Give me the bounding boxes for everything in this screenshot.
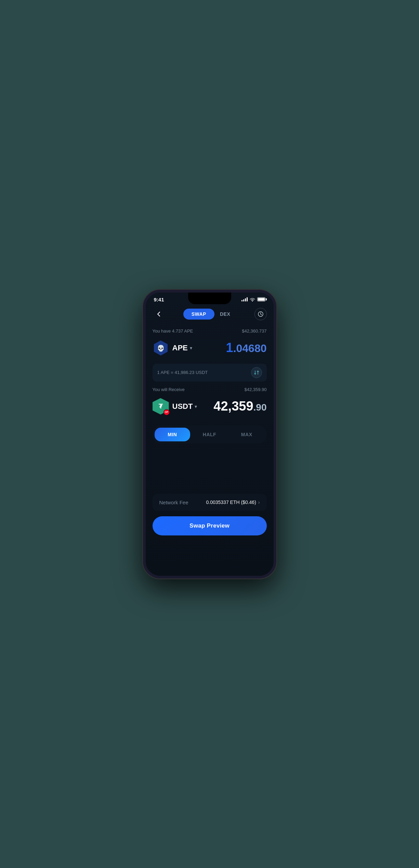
status-time: 9:41 (154, 297, 164, 302)
from-balance-label: You have 4.737 APE (153, 328, 193, 334)
from-balance-value: $42,360.737 (242, 328, 266, 334)
history-button[interactable] (254, 308, 267, 320)
to-receive-value: $42,359.90 (244, 387, 266, 392)
exchange-rate-text: 1 APE = 41,986.23 USDT (157, 370, 208, 375)
amount-buttons-group: MIN HALF MAX (153, 426, 267, 443)
from-balance-row: You have 4.737 APE $42,360.737 (153, 328, 267, 334)
usdt-token-icon: ₮ OP (153, 398, 169, 415)
content-spacer (153, 450, 267, 491)
from-token-name-row: APE ▾ (172, 344, 192, 352)
network-fee-value-row: 0.0035337 ETH ($0.46) › (206, 500, 260, 505)
from-token-selector[interactable]: 💀 APE ▾ (153, 340, 192, 356)
signal-icon (241, 297, 248, 301)
to-receive-label: You will Receive (153, 387, 185, 392)
battery-icon (257, 297, 265, 301)
tab-swap[interactable]: SWAP (183, 309, 214, 320)
network-fee-value: 0.0035337 ETH ($0.46) (206, 500, 256, 505)
exchange-rate-row: 1 APE = 41,986.23 USDT (153, 364, 267, 381)
main-content: You have 4.737 APE $42,360.737 💀 APE ▾ (146, 326, 274, 545)
network-fee-label: Network Fee (159, 500, 188, 505)
to-token-name: USDT (172, 402, 193, 411)
to-balance-row: You will Receive $42,359.90 (153, 387, 267, 392)
tab-group: SWAP DEX (183, 309, 236, 320)
header: SWAP DEX (146, 305, 274, 326)
tab-dex[interactable]: DEX (214, 309, 236, 320)
phone-frame: 9:41 (143, 290, 276, 579)
op-badge: OP (163, 409, 170, 415)
notch (188, 293, 231, 304)
to-token-amount: 42,359.90 (213, 399, 266, 414)
to-token-name-row: USDT ▾ (172, 402, 197, 411)
from-token-name: APE (172, 344, 188, 352)
from-token-amount[interactable]: 1.04680 (226, 340, 266, 355)
back-button[interactable] (153, 308, 165, 320)
to-token-selector[interactable]: ₮ OP USDT ▾ (153, 398, 197, 415)
network-fee-chevron-icon: › (258, 500, 260, 505)
max-button[interactable]: MAX (229, 428, 265, 441)
to-token-row: ₮ OP USDT ▾ 42,359.90 (153, 394, 267, 419)
from-token-chevron[interactable]: ▾ (190, 345, 192, 351)
to-token-chevron[interactable]: ▾ (195, 404, 197, 409)
svg-text:💀: 💀 (157, 345, 165, 352)
swap-preview-button[interactable]: Swap Preview (153, 516, 267, 535)
wifi-icon (250, 297, 255, 301)
phone-inner: 9:41 (146, 293, 274, 576)
min-button[interactable]: MIN (155, 428, 191, 441)
to-section: You will Receive $42,359.90 ₮ OP USDT ▾ (153, 387, 267, 419)
half-button[interactable]: HALF (192, 428, 227, 441)
network-fee-section[interactable]: Network Fee 0.0035337 ETH ($0.46) › (153, 494, 267, 511)
swap-direction-button[interactable] (251, 367, 262, 378)
status-icons (241, 297, 265, 301)
from-token-row: 💀 APE ▾ 1.04680 (153, 336, 267, 360)
ape-token-icon: 💀 (153, 340, 169, 356)
